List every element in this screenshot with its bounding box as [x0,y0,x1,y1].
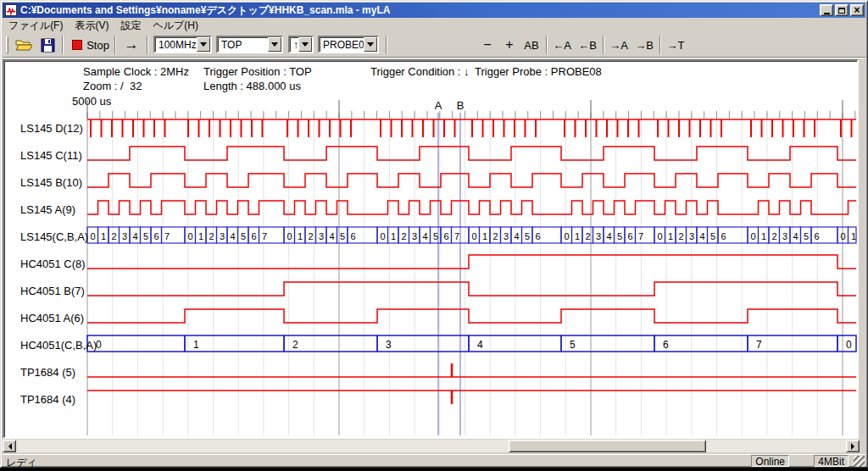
bus-value: 3 [689,231,694,241]
bus-value: 3 [782,231,787,241]
bus-value: 5 [570,339,576,351]
waveform-trace [87,147,856,160]
run-button[interactable]: → [120,35,143,55]
menu-settings[interactable]: 設定 [114,18,147,34]
close-button[interactable]: × [850,4,864,16]
channel-label: TP1684 (5) [20,366,75,379]
bus-value: 1 [668,231,673,241]
trigger-position-combo[interactable]: TOP [216,36,283,53]
status-ready: レディ [6,456,37,470]
bus-value: 2 [678,231,683,241]
trigger-probe-combo[interactable]: PROBE00 [318,36,379,53]
zoom-out-button[interactable]: − [477,35,498,55]
bus-value: 6 [814,231,819,241]
bus-value: 7 [756,339,762,351]
chevron-down-icon [302,42,309,50]
menu-file[interactable]: ファイル(F) [3,18,69,34]
bus-value: 5 [804,231,809,241]
toolbar-separator [62,36,64,54]
combo-dropdown-button[interactable] [197,37,210,52]
goto-b-right-button[interactable]: →B [632,35,656,55]
bus-value: 1 [101,231,106,241]
goto-trigger-button[interactable]: →T [664,35,687,55]
trigger-edge-combo[interactable]: ↑ [288,36,314,53]
bus-value: 7 [164,231,170,241]
channel-label: LS145 B(10) [20,176,82,189]
toolbar-separator [386,36,387,54]
floppy-icon [41,38,55,53]
scroll-left-button[interactable] [3,440,16,452]
stop-button[interactable]: Stop [69,35,113,55]
toolbar: Stop → 100MHz TOP ↑ PROBE00 − + AB ←A ←B [3,32,865,58]
minimize-icon [824,13,830,14]
zoom-in-button[interactable]: + [499,35,520,55]
bus-value: 6 [535,231,540,241]
goto-a-left-button[interactable]: ←A [550,35,574,55]
trigger-position-value: TOP [218,37,268,52]
toolbar-grip[interactable] [6,36,8,53]
bus-value: 5 [617,231,622,241]
menu-bar: ファイル(F) 表示(V) 設定 ヘルプ(H) [3,19,865,32]
bus-value: 1 [298,231,303,241]
bus-value: 2 [585,231,590,241]
waveform-trace [87,282,856,296]
bus-value: 2 [292,339,298,351]
bus-cell [185,335,284,352]
goto-a-right-button[interactable]: →A [607,35,631,55]
bus-value: 5 [525,231,530,241]
ab-cursor-button[interactable]: AB [520,35,543,55]
bus-value: 6 [350,231,355,241]
goto-b-left-button[interactable]: ←B [576,35,599,55]
scroll-right-button[interactable] [846,440,860,452]
title-bar: C:¥Documents and Settings¥noname¥デスクトップ¥… [3,3,865,18]
horizontal-scrollbar[interactable] [3,440,860,452]
minimize-button[interactable] [820,4,833,16]
combo-dropdown-button[interactable] [364,37,377,52]
app-window: C:¥Documents and Settings¥noname¥デスクトップ¥… [0,0,868,468]
trigger-probe-value: PROBE00 [320,37,364,52]
bus-value: 4 [422,231,427,241]
app-icon [5,4,17,16]
chevron-down-icon [367,42,374,50]
status-bar: レディ Online 4MBit [3,454,865,466]
bus-value: 0 [287,231,292,241]
toolbar-separator [659,36,661,54]
sample-clock-combo[interactable]: 100MHz [153,36,212,53]
arrow-right-icon [851,443,858,450]
bus-value: 2 [209,231,214,241]
combo-dropdown-button[interactable] [268,37,281,52]
combo-dropdown-button[interactable] [298,37,312,52]
bus-value: 3 [220,231,225,241]
toolbar-separator [546,36,548,54]
bus-value: 6 [443,231,448,241]
bus-value: 4 [477,339,483,351]
stop-label: Stop [86,39,109,52]
bus-value: 4 [514,231,519,241]
bus-value: 0 [187,231,192,241]
menu-view[interactable]: 表示(V) [69,18,114,34]
waveform-trace [87,309,856,323]
toolbar-separator [147,36,148,54]
open-file-button[interactable] [13,35,35,55]
maximize-button[interactable] [835,4,849,16]
bus-value: 2 [771,231,776,241]
bus-cell [87,335,185,352]
arrow-left-icon [5,443,12,450]
bus-value: 6 [153,231,159,241]
bus-value: 4 [793,231,798,241]
waveform-area: Sample Clock : 2MHz Zoom : / 32 Trigger … [3,59,859,439]
bus-value: 0 [840,231,845,241]
bus-value: 7 [638,231,643,241]
bus-value: 5 [340,231,345,241]
bus-value: 1 [193,339,199,351]
save-button[interactable] [36,35,58,55]
bus-value: 2 [308,231,313,241]
bus-value: 6 [663,339,669,351]
bus-value: 0 [750,231,755,241]
bus-value: 6 [251,231,256,241]
cursor-b-label: B [457,99,465,112]
toolbar-separator [603,36,604,54]
scrollbar-thumb[interactable] [509,440,706,452]
menu-help[interactable]: ヘルプ(H) [147,18,204,34]
resize-grip[interactable] [854,456,865,467]
